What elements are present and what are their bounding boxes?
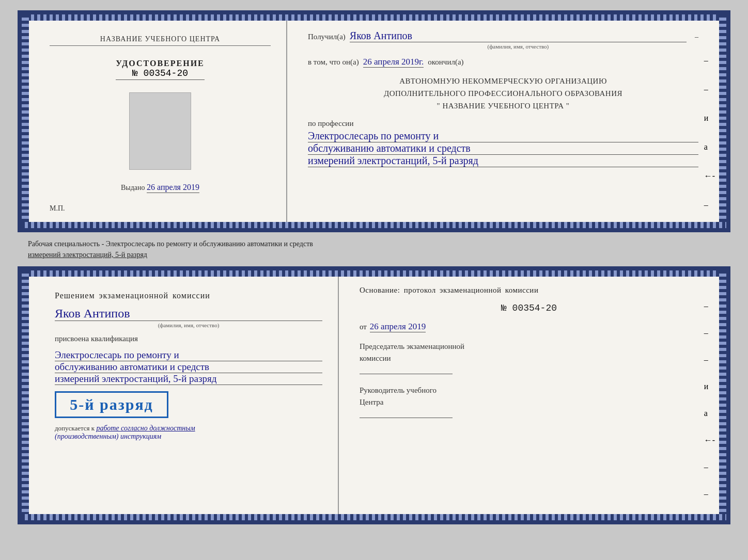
mp-line: М.П. — [50, 204, 65, 213]
osnov-text: Основание: протокол экзаменационной коми… — [360, 286, 698, 295]
инструкции-text: (производственным) инструкциям — [55, 433, 161, 440]
cert-bottom-left: Решением экзаменационной комиссии Яков А… — [29, 270, 339, 520]
vtom-block: в том, что он(а) 26 апреля 2019г. окончи… — [308, 57, 698, 68]
separator-line1: Рабочая специальность - Электрослесарь п… — [28, 240, 313, 248]
допускается-block: допускается к работе согласно должностны… — [55, 424, 322, 441]
right-dashes-top: – – и а ←- – – – — [704, 56, 715, 232]
profession-line2: обслуживанию автоматики и средств — [308, 142, 698, 155]
left-stripe — [22, 14, 29, 228]
vtom-date: 26 апреля 2019г. — [363, 57, 424, 68]
issued-date: 26 апреля 2019 — [147, 183, 199, 193]
допускается-label: допускается к — [55, 424, 95, 432]
school-name-top: НАЗВАНИЕ УЧЕБНОГО ЦЕНТРА — [50, 35, 271, 46]
recipient-caption: (фамилия, имя, отчество) — [350, 43, 687, 50]
org-line2: ДОПОЛНИТЕЛЬНОГО ПРОФЕССИОНАЛЬНОГО ОБРАЗО… — [308, 87, 698, 100]
separator-text: Рабочая специальность - Электрослесарь п… — [18, 238, 730, 260]
qual-line2: обслуживанию автоматики и средств — [55, 361, 322, 373]
qual-block: Электрослесарь по ремонту и обслуживанию… — [55, 349, 322, 385]
допускается-text: работе согласно должностным — [96, 424, 195, 432]
cert-title-block: УДОСТОВЕРЕНИЕ № 00354-20 — [116, 59, 205, 80]
cert-top-right: Получил(а) Яков Антипов (фамилия, имя, о… — [287, 14, 719, 228]
profession-line3: измерений электростанций, 5-й разряд — [308, 155, 698, 167]
org-line3: " НАЗВАНИЕ УЧЕБНОГО ЦЕНТРА " — [308, 100, 698, 112]
okoncil-label: окончил(а) — [428, 58, 463, 67]
issued-label: Выдано — [121, 184, 145, 191]
rukovoditel-block: Руководитель учебного Центра — [360, 385, 698, 420]
recipient-name: Яков Антипов — [350, 30, 687, 42]
bottom-right-stripe — [719, 270, 726, 520]
decision-text: Решением экзаменационной комиссии — [55, 291, 322, 300]
cert-top-left: НАЗВАНИЕ УЧЕБНОГО ЦЕНТРА УДОСТОВЕРЕНИЕ №… — [29, 14, 287, 228]
photo-placeholder — [129, 92, 191, 170]
right-dashes-bottom: – – – и а ←- – – – – — [704, 301, 715, 524]
cert-number: № 00354-20 — [116, 68, 205, 80]
rank-badge: 5-й разряд — [55, 391, 168, 418]
right-stripe — [719, 14, 726, 228]
bottom-name: Яков Антипов — [55, 307, 322, 321]
chairman-block: Председатель экзаменационной комиссии — [360, 341, 698, 376]
recipient-block: Получил(а) Яков Антипов (фамилия, имя, о… — [308, 30, 698, 50]
rukovoditel-signature-line — [360, 408, 453, 418]
profession-label: по профессии — [308, 119, 698, 128]
chairman-text: Председатель экзаменационной комиссии — [360, 341, 698, 364]
profession-line1: Электрослесарь по ремонту и — [308, 130, 698, 142]
certificate-top: НАЗВАНИЕ УЧЕБНОГО ЦЕНТРА УДОСТОВЕРЕНИЕ №… — [18, 10, 730, 232]
profession-block: по профессии Электрослесарь по ремонту и… — [308, 119, 698, 167]
org-block: АВТОНОМНУЮ НЕКОММЕРЧЕСКУЮ ОРГАНИЗАЦИЮ ДО… — [308, 75, 698, 112]
vtom-label: в том, что он(а) — [308, 58, 359, 67]
org-line1: АВТОНОМНУЮ НЕКОММЕРЧЕСКУЮ ОРГАНИЗАЦИЮ — [308, 75, 698, 87]
protocol-date: 26 апреля 2019 — [370, 322, 426, 332]
separator-line2: измерений электростанций, 5-й разряд — [28, 251, 147, 259]
cert-bottom-right: Основание: протокол экзаменационной коми… — [339, 270, 719, 520]
recipient-label: Получил(а) — [308, 33, 346, 41]
protocol-number-block: № 00354-20 — [360, 303, 698, 313]
protocol-number: № 00354-20 — [501, 303, 557, 313]
qual-line3: измерений электростанций, 5-й разряд — [55, 373, 322, 385]
chairman-signature-line — [360, 364, 453, 374]
protocol-date-prefix: от — [360, 323, 367, 331]
bottom-left-stripe — [22, 270, 29, 520]
rukovoditel-text: Руководитель учебного Центра — [360, 385, 698, 408]
recipient-name-block: Яков Антипов (фамилия, имя, отчество) — [350, 30, 687, 50]
certificate-bottom: Решением экзаменационной комиссии Яков А… — [18, 266, 730, 524]
bottom-name-caption: (фамилия, имя, отчество) — [55, 322, 322, 328]
cert-title: УДОСТОВЕРЕНИЕ — [116, 59, 205, 68]
qual-line1: Электрослесарь по ремонту и — [55, 349, 322, 361]
bottom-name-block: Яков Антипов (фамилия, имя, отчество) — [55, 307, 322, 328]
assigned-label: присвоена квалификация — [55, 334, 322, 343]
protocol-date-block: от 26 апреля 2019 — [360, 322, 698, 332]
issued-line: Выдано 26 апреля 2019 — [121, 183, 199, 192]
